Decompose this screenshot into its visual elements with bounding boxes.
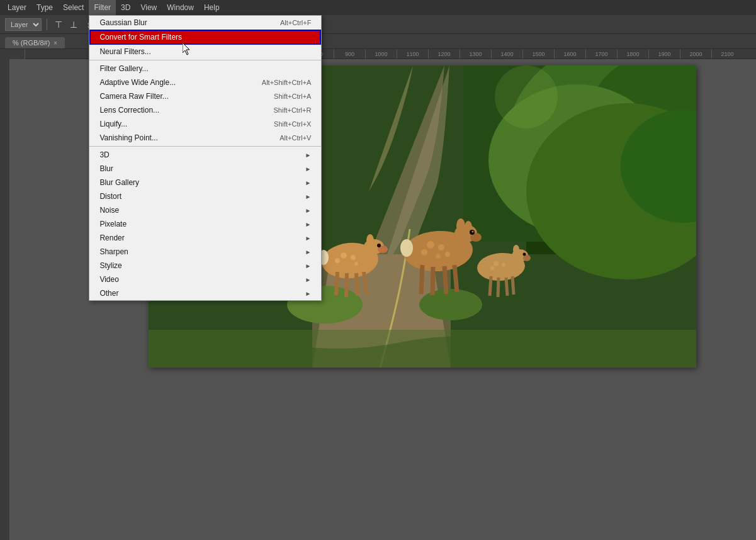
ruler-tick: 1300 (460, 49, 491, 59)
svg-point-51 (523, 253, 526, 256)
menu-item-label: Gaussian Blur (99, 18, 147, 27)
menu-item-label: Stylize (99, 261, 121, 270)
submenu-arrow: ► (305, 221, 312, 228)
menu-view[interactable]: View (135, 0, 162, 15)
menu-item-liquify[interactable]: Liquify... Shift+Ctrl+X (89, 117, 321, 131)
ruler-tick: 1000 (365, 49, 397, 59)
menu-help[interactable]: Help (199, 0, 225, 15)
ruler-v (0, 59, 10, 540)
svg-line-39 (444, 266, 446, 294)
menu-item-shortcut: Alt+Ctrl+V (279, 134, 311, 142)
menu-filter[interactable]: Filter Gaussian Blur Alt+Ctrl+F Convert … (89, 0, 116, 15)
submenu-arrow: ► (305, 262, 312, 269)
ruler-tick: 2100 (711, 49, 743, 59)
ruler-tick: 1900 (648, 49, 680, 59)
svg-point-36 (472, 231, 474, 233)
svg-point-62 (495, 65, 558, 128)
menu-item-video[interactable]: Video ► (89, 273, 321, 286)
svg-point-42 (438, 244, 444, 250)
ruler-tick: 1800 (617, 49, 648, 59)
ruler-tick: 2000 (680, 49, 711, 59)
menu-item-label: Camera Raw Filter... (99, 92, 168, 101)
document-tab[interactable]: % (RGB/8#) × (5, 37, 65, 48)
menu-item-label: Blur (99, 164, 113, 173)
svg-point-50 (513, 245, 519, 255)
menu-select[interactable]: Select (58, 0, 89, 15)
ruler-tick: 1100 (397, 49, 428, 59)
svg-point-46 (400, 239, 413, 257)
menu-type[interactable]: Type (31, 0, 58, 15)
tab-label: % (RGB/8#) (13, 39, 50, 47)
menu-item-shortcut: Alt+Ctrl+F (280, 19, 312, 26)
menu-item-shortcut: Shift+Ctrl+R (273, 106, 311, 114)
svg-line-37 (421, 265, 422, 294)
menu-item-pixelate[interactable]: Pixelate ► (89, 217, 321, 231)
menu-item-label: Video (99, 275, 118, 284)
menu-window[interactable]: Window (162, 0, 199, 15)
menu-item-label: Filter Gallery... (99, 64, 148, 73)
svg-line-21 (336, 272, 337, 295)
menu-item-stylize[interactable]: Stylize ► (89, 259, 321, 273)
separator-1 (89, 60, 321, 60)
menu-item-label: Neural Filters... (99, 47, 150, 56)
svg-point-45 (436, 254, 441, 259)
ruler-tick: 1400 (491, 49, 522, 59)
menu-item-adaptive-wide[interactable]: Adaptive Wide Angle... Alt+Shift+Ctrl+A (89, 76, 321, 89)
menu-3d[interactable]: 3D (116, 0, 135, 15)
submenu-arrow: ► (305, 166, 312, 172)
svg-point-41 (427, 241, 434, 249)
menu-item-distort[interactable]: Distort ► (89, 189, 321, 203)
menu-item-label: Vanishing Point... (99, 133, 158, 142)
menu-item-shortcut: Shift+Ctrl+X (274, 120, 311, 128)
svg-line-52 (490, 276, 491, 296)
ruler-tick: 1600 (554, 49, 585, 59)
svg-line-54 (506, 278, 507, 296)
svg-point-28 (354, 262, 358, 266)
submenu-arrow: ► (305, 290, 312, 297)
svg-point-57 (502, 263, 505, 267)
layer-select[interactable]: Layer (5, 18, 42, 31)
menu-item-filter-gallery[interactable]: Filter Gallery... (89, 62, 321, 76)
menu-item-render[interactable]: Render ► (89, 231, 321, 245)
menu-item-blur[interactable]: Blur ► (89, 162, 321, 176)
menu-item-gaussian-blur[interactable]: Gaussian Blur Alt+Ctrl+F (89, 16, 321, 30)
menu-item-label: Convert for Smart Filters (99, 33, 182, 42)
svg-point-26 (351, 255, 356, 260)
menu-item-label: Pixelate (99, 220, 127, 228)
svg-line-24 (364, 272, 366, 295)
menu-item-shortcut: Shift+Ctrl+A (274, 93, 311, 100)
submenu-arrow: ► (305, 207, 312, 214)
menu-item-3d[interactable]: 3D ► (89, 148, 321, 162)
svg-point-49 (523, 255, 531, 261)
menu-item-sharpen[interactable]: Sharpen ► (89, 245, 321, 259)
align-vertical-icon[interactable]: ⊥ (67, 18, 80, 31)
menu-item-blur-gallery[interactable]: Blur Gallery ► (89, 176, 321, 189)
svg-line-40 (454, 265, 457, 292)
menu-item-lens-correction[interactable]: Lens Correction... Shift+Ctrl+R (89, 103, 321, 117)
submenu-arrow: ► (305, 193, 312, 200)
toolbar-divider-1 (47, 19, 47, 30)
ruler-corner (0, 49, 25, 59)
svg-line-53 (498, 278, 499, 297)
svg-point-20 (377, 244, 381, 247)
ruler-tick: 1500 (522, 49, 554, 59)
svg-line-23 (356, 273, 358, 296)
menu-item-label: Other (99, 289, 118, 298)
separator-2 (89, 146, 321, 147)
align-top-icon[interactable]: ⊤ (52, 18, 65, 31)
menu-layer[interactable]: Layer (3, 0, 31, 15)
menu-item-vanishing-point[interactable]: Vanishing Point... Alt+Ctrl+V (89, 131, 321, 145)
menu-item-noise[interactable]: Noise ► (89, 203, 321, 217)
menu-item-label: Liquify... (99, 120, 127, 128)
menu-item-neural-filters[interactable]: Neural Filters... (89, 45, 321, 59)
submenu-arrow: ► (305, 276, 312, 283)
menu-item-camera-raw[interactable]: Camera Raw Filter... Shift+Ctrl+A (89, 89, 321, 103)
menubar: Layer Type Select Filter Gaussian Blur A… (0, 0, 756, 15)
menu-item-label: Render (99, 233, 124, 242)
ruler-tick: 1200 (428, 49, 460, 59)
svg-point-56 (494, 261, 499, 266)
tab-close-button[interactable]: × (54, 40, 57, 47)
svg-line-38 (432, 267, 433, 295)
menu-item-convert-smart[interactable]: Convert for Smart Filters (89, 30, 321, 45)
menu-item-other[interactable]: Other ► (89, 286, 321, 300)
